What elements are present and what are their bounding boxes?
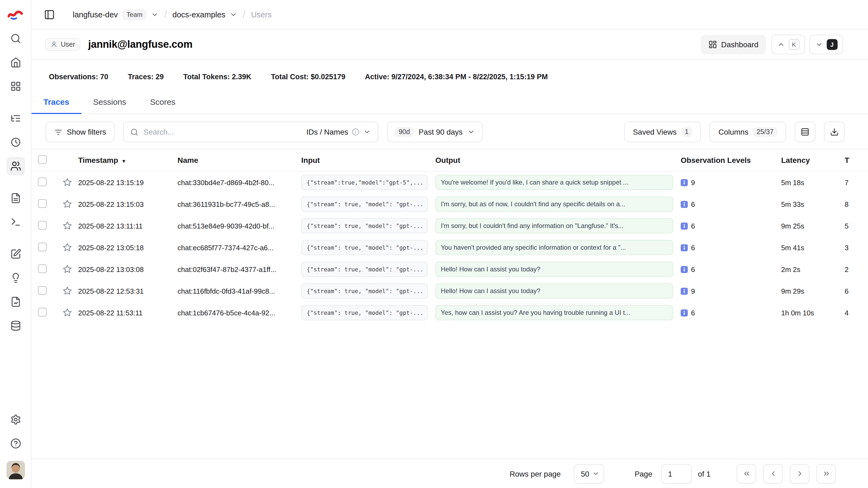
page-number-input[interactable] xyxy=(661,464,691,483)
users-icon xyxy=(10,161,21,172)
column-header-truncated: T xyxy=(845,156,868,164)
breadcrumb-org[interactable]: langfuse-dev Team xyxy=(73,9,159,20)
sidebar-item-playground[interactable] xyxy=(6,213,25,231)
row-input-preview[interactable]: {"stream":true,"model":"gpt-5",... xyxy=(301,175,428,190)
sidebar-item-prompts[interactable] xyxy=(6,189,25,207)
bookmark-star[interactable] xyxy=(57,308,78,317)
sidebar-item-tracing[interactable] xyxy=(6,109,25,128)
first-page-button[interactable] xyxy=(737,464,756,483)
sidebar-item-evaluations[interactable] xyxy=(6,245,25,263)
row-output-preview[interactable]: Hello! How can I assist you today? xyxy=(435,262,673,277)
chevron-down-icon[interactable] xyxy=(151,10,159,18)
star-icon xyxy=(62,286,72,296)
dashboard-button[interactable]: Dashboard xyxy=(701,34,766,54)
info-icon[interactable] xyxy=(352,128,360,136)
chevron-down-icon[interactable] xyxy=(229,10,237,18)
column-header-timestamp[interactable]: Timestamp▼ xyxy=(78,156,178,164)
sidebar-item-sessions[interactable] xyxy=(6,133,25,151)
date-range-select[interactable]: 90d Past 90 days xyxy=(387,122,483,142)
row-checkbox[interactable] xyxy=(38,264,47,273)
next-user-button[interactable]: J xyxy=(809,34,843,54)
row-input-preview[interactable]: {"stream": true, "model": "gpt-... xyxy=(301,240,428,255)
previous-user-button[interactable]: K xyxy=(771,34,805,54)
bookmark-star[interactable] xyxy=(57,178,78,187)
sidebar-item-users[interactable] xyxy=(6,157,25,175)
select-all-checkbox[interactable] xyxy=(38,155,47,164)
tab-scores[interactable]: Scores xyxy=(138,92,187,114)
row-checkbox[interactable] xyxy=(38,199,47,208)
row-output-preview[interactable]: I'm sorry, but I couldn't find any infor… xyxy=(435,218,673,234)
row-height-button[interactable] xyxy=(795,122,815,142)
row-checkbox[interactable] xyxy=(38,221,47,230)
last-page-button[interactable] xyxy=(816,464,836,483)
help-icon xyxy=(10,438,21,449)
previous-page-button[interactable] xyxy=(763,464,783,483)
date-range-badge: 90d xyxy=(395,127,414,137)
row-name: chat:513e84e9-9039-42d0-bf... xyxy=(178,222,301,230)
search-scope-select[interactable]: IDs / Names xyxy=(299,128,378,136)
level-info-icon xyxy=(681,179,688,186)
row-name: chat:116fbfdc-0fd3-41af-99c8... xyxy=(178,287,301,295)
row-output-preview[interactable]: Yes, how can I assist you? Are you havin… xyxy=(435,305,673,320)
header-actions: Dashboard K J xyxy=(701,34,843,54)
stat-traces: Traces: 29 xyxy=(128,73,164,81)
shortcut-k-kbd: K xyxy=(788,39,799,50)
row-output-preview[interactable]: Hello! How can I assist you today? xyxy=(435,283,673,299)
sidebar-item-dashboards[interactable] xyxy=(6,77,25,95)
table-row[interactable]: 2025-08-22 13:15:19 chat:330bd4e7-d869-4… xyxy=(31,172,868,193)
breadcrumb: langfuse-dev Team / docs-examples / User… xyxy=(73,8,272,20)
table-row[interactable]: 2025-08-22 13:15:03 chat:3611931b-bc77-4… xyxy=(31,193,868,215)
columns-button[interactable]: Columns 25/37 xyxy=(710,122,786,142)
bookmark-star[interactable] xyxy=(57,199,78,209)
sidebar-item-datasets[interactable] xyxy=(6,316,25,335)
table-row[interactable]: 2025-08-22 12:53:31 chat:116fbfdc-0fd3-4… xyxy=(31,280,868,302)
show-filters-button[interactable]: Show filters xyxy=(45,122,115,142)
langfuse-logo[interactable] xyxy=(7,0,24,29)
bookmark-star[interactable] xyxy=(57,286,78,296)
row-output-preview[interactable]: I'm sorry, but as of now, I couldn't fin… xyxy=(435,196,673,212)
search-input[interactable] xyxy=(144,128,299,136)
rows-icon xyxy=(801,128,809,136)
row-observation-levels: 6 xyxy=(681,265,781,273)
rows-per-page-select[interactable]: 50 xyxy=(574,464,604,483)
user-avatar[interactable] xyxy=(6,461,25,479)
evaluations-icon xyxy=(10,249,21,260)
sidebar-item-search[interactable] xyxy=(6,29,25,48)
home-icon xyxy=(10,57,21,68)
table-row[interactable]: 2025-08-22 13:05:18 chat:ec685f77-7374-4… xyxy=(31,237,868,258)
row-input-preview[interactable]: {"stream": true, "model": "gpt-... xyxy=(301,262,428,277)
tab-sessions[interactable]: Sessions xyxy=(81,92,138,114)
table-row[interactable]: 2025-08-22 13:11:11 chat:513e84e9-9039-4… xyxy=(31,215,868,237)
next-page-button[interactable] xyxy=(790,464,809,483)
sidebar-item-home[interactable] xyxy=(6,53,25,72)
sidebar-item-settings[interactable] xyxy=(6,410,25,429)
row-checkbox[interactable] xyxy=(38,307,47,316)
row-input-preview[interactable]: {"stream": true, "model": "gpt-... xyxy=(301,305,428,320)
tab-traces[interactable]: Traces xyxy=(31,92,81,114)
level-info-icon xyxy=(681,287,688,295)
sidebar-item-annotations[interactable] xyxy=(6,269,25,287)
breadcrumb-project[interactable]: docs-examples xyxy=(172,10,237,19)
row-checkbox[interactable] xyxy=(38,242,47,251)
table-row[interactable]: 2025-08-22 11:53:11 chat:1cb67476-b5ce-4… xyxy=(31,302,868,324)
chevron-up-icon xyxy=(777,40,785,48)
table-row[interactable]: 2025-08-22 13:03:08 chat:02f63f47-87b2-4… xyxy=(31,258,868,280)
saved-views-button[interactable]: Saved Views 1 xyxy=(624,122,701,142)
row-output-preview[interactable]: You're welcome! If you'd like, I can sha… xyxy=(435,175,673,190)
row-checkbox[interactable] xyxy=(38,286,47,295)
row-input-preview[interactable]: {"stream": true, "model": "gpt-... xyxy=(301,218,428,234)
row-input-preview[interactable]: {"stream": true, "model": "gpt-... xyxy=(301,283,428,299)
sessions-icon xyxy=(10,137,21,148)
bookmark-star[interactable] xyxy=(57,264,78,274)
sidebar-item-experiments[interactable] xyxy=(6,293,25,311)
sidebar-toggle-button[interactable] xyxy=(40,5,59,24)
export-button[interactable] xyxy=(824,122,845,142)
bookmark-star[interactable] xyxy=(57,221,78,231)
breadcrumb-current[interactable]: Users xyxy=(251,10,272,19)
sidebar-item-help[interactable] xyxy=(6,434,25,453)
row-checkbox[interactable] xyxy=(38,177,47,186)
row-output-preview[interactable]: You haven't provided any specific inform… xyxy=(435,240,673,255)
bookmark-star[interactable] xyxy=(57,243,78,252)
row-input-preview[interactable]: {"stream": true, "model": "gpt-... xyxy=(301,196,428,212)
level-info-icon xyxy=(681,222,688,230)
